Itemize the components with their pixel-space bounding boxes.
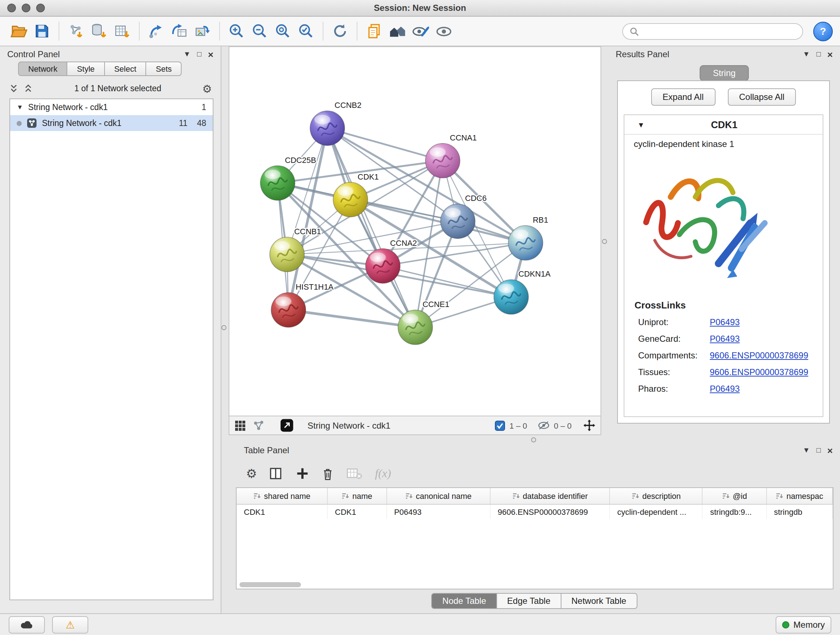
crosslink-link[interactable]: 9606.ENSP00000378699 (710, 350, 808, 360)
collapse-all-button[interactable]: Collapse All (728, 88, 796, 106)
network-edge-CCNB2-CCNA1[interactable] (327, 128, 443, 161)
cloud-button[interactable] (9, 616, 45, 633)
crosslink-link[interactable]: P06493 (710, 317, 740, 327)
delete-table-icon[interactable] (347, 467, 363, 480)
grid-mode-icon[interactable] (234, 420, 246, 431)
table-cell[interactable]: P06493 (386, 504, 490, 519)
search-box[interactable] (622, 23, 803, 40)
expand-all-button[interactable]: Expand All (651, 88, 715, 106)
memory-button[interactable]: Memory (775, 616, 831, 633)
panel-float-icon[interactable]: □ (816, 51, 821, 58)
delete-column-icon[interactable] (322, 467, 335, 480)
open-session-button[interactable] (7, 19, 30, 43)
renderer-switch-icon[interactable] (280, 418, 294, 432)
crosslink-link[interactable]: P06493 (710, 383, 740, 394)
zoom-out-button[interactable] (248, 19, 271, 43)
panel-close-icon[interactable]: × (208, 50, 213, 59)
status-bar: ⚠ Memory (0, 613, 840, 635)
pan-tool-icon[interactable] (583, 419, 595, 432)
zoom-selected-button[interactable] (294, 19, 317, 43)
tab-edge-table[interactable]: Edge Table (496, 593, 561, 609)
sort-icon (722, 492, 729, 500)
splitter-handle[interactable] (221, 325, 226, 330)
hide-graphics-details-button[interactable] (409, 19, 432, 43)
crosslink-link[interactable]: 9606.ENSP00000378699 (710, 367, 808, 377)
gear-icon[interactable]: ⚙ (202, 83, 212, 94)
new-view-button[interactable] (191, 19, 214, 43)
column-header-description[interactable]: description (609, 488, 703, 504)
zoom-in-button[interactable] (225, 19, 248, 43)
import-table-button[interactable] (111, 19, 134, 43)
save-session-button[interactable] (30, 19, 54, 43)
hidden-eye-icon[interactable] (537, 420, 549, 431)
panel-close-icon[interactable]: × (827, 50, 833, 59)
network-row[interactable]: String Network - cdk1 11 48 (10, 115, 213, 131)
show-graphics-details-button[interactable] (432, 19, 455, 43)
function-builder-button[interactable]: f(x) (375, 467, 391, 480)
import-database-button[interactable] (88, 19, 111, 43)
birdseye-view-icon[interactable] (253, 419, 265, 432)
tab-sets[interactable]: Sets (146, 62, 182, 76)
show-columns-icon[interactable] (270, 466, 284, 481)
panel-menu-icon[interactable]: ▼ (803, 447, 810, 454)
splitter-handle[interactable] (531, 437, 536, 442)
horizontal-scrollbar[interactable] (240, 582, 301, 587)
new-view-icon (194, 22, 211, 40)
warnings-button[interactable]: ⚠ (52, 616, 88, 633)
column-header-name[interactable]: name (327, 488, 387, 504)
tab-node-table[interactable]: Node Table (431, 593, 497, 609)
tab-network[interactable]: Network (18, 62, 68, 76)
section-caret-icon[interactable]: ▼ (638, 120, 645, 128)
add-column-icon[interactable] (296, 467, 309, 480)
collapse-all-icon[interactable] (9, 83, 19, 93)
table-cell[interactable]: cyclin-dependent ... (609, 504, 703, 519)
panel-menu-icon[interactable]: ▼ (183, 51, 191, 58)
tab-select[interactable]: Select (104, 62, 147, 76)
crosslink-link[interactable]: P06493 (710, 333, 740, 344)
home-button[interactable] (386, 19, 409, 43)
tab-network-table[interactable]: Network Table (561, 593, 638, 609)
copy-document-button[interactable] (363, 19, 386, 43)
search-input[interactable] (643, 26, 796, 36)
zoom-fit-button[interactable] (271, 19, 294, 43)
network-edge-HIST1H1A-CCNE1[interactable] (288, 310, 415, 327)
table-cell[interactable]: CDK1 (327, 504, 387, 519)
column-header-database-identifier[interactable]: database identifier (490, 488, 610, 504)
table-cell[interactable]: 9606.ENSP00000378699 (490, 504, 610, 519)
tree-expander-icon[interactable]: ▼ (17, 103, 23, 111)
table-cell[interactable]: stringdb (766, 504, 832, 519)
tab-string[interactable]: String (700, 65, 749, 81)
network-edge-CCNB2-CCNE1[interactable] (327, 128, 415, 327)
splitter-handle[interactable] (602, 239, 607, 244)
column-header-shared-name[interactable]: shared name (237, 488, 327, 504)
column-header--id[interactable]: @id (703, 488, 766, 504)
tab-style[interactable]: Style (67, 62, 105, 76)
refresh-button[interactable] (328, 19, 352, 43)
table-cell[interactable]: stringdb:9... (703, 504, 766, 519)
network-collection-row[interactable]: ▼ String Network - cdk1 1 (10, 99, 213, 115)
network-canvas[interactable]: CCNB2CCNA1CDC25BCDK1CDC6RB1CCNB1CCNA2CDK… (229, 46, 601, 416)
selected-checkbox-icon[interactable] (495, 420, 505, 431)
import-network-button[interactable] (65, 19, 88, 43)
panel-float-icon[interactable]: □ (816, 447, 821, 454)
panel-close-icon[interactable]: × (827, 446, 833, 455)
gear-icon[interactable]: ⚙ (246, 467, 257, 480)
column-header-namespac[interactable]: namespac (766, 488, 832, 504)
gene-section-header[interactable]: ▼ CDK1 (624, 115, 823, 135)
column-header-canonical-name[interactable]: canonical name (386, 488, 490, 504)
search-icon (630, 27, 639, 36)
node-label-CCNE1: CCNE1 (423, 300, 449, 309)
help-button[interactable]: ? (813, 21, 833, 41)
panel-float-icon[interactable]: □ (197, 51, 202, 58)
table-cell[interactable]: CDK1 (237, 504, 327, 519)
sphere-highlight (430, 147, 446, 157)
network-graph[interactable]: CCNB2CCNA1CDC25BCDK1CDC6RB1CCNB1CCNA2CDK… (229, 47, 600, 416)
node-label-HIST1H1A: HIST1H1A (295, 282, 333, 291)
network-edge-CDK1-RB1[interactable] (351, 200, 526, 243)
crosslink-row: Uniprot:P06493 (624, 314, 823, 330)
table-row[interactable]: CDK1CDK1P064939606.ENSP00000378699cyclin… (237, 504, 832, 519)
panel-menu-icon[interactable]: ▼ (803, 51, 810, 58)
expand-all-icon[interactable] (23, 83, 33, 93)
clone-network-button[interactable] (168, 19, 191, 43)
new-network-button[interactable] (145, 19, 168, 43)
